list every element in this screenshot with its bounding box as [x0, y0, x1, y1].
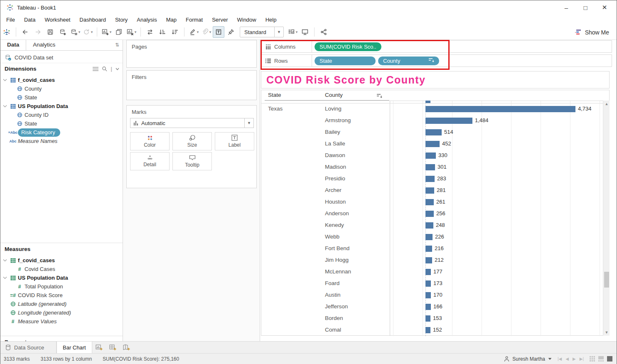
dropdown-caret-icon[interactable]: ▾ — [91, 30, 93, 34]
bar[interactable] — [425, 327, 430, 333]
dropdown-caret-icon[interactable]: ▾ — [79, 30, 81, 34]
field-us-population-data[interactable]: US Population Data — [0, 273, 123, 282]
filmstrip-view-icon[interactable] — [598, 356, 604, 362]
row-county-label[interactable]: Fort Bend — [325, 245, 349, 251]
share-workbook-button[interactable] — [318, 26, 329, 38]
menu-worksheet[interactable]: Worksheet — [44, 17, 70, 23]
dimensions-menu-chevron-icon[interactable] — [116, 68, 119, 70]
bar[interactable] — [425, 211, 434, 217]
row-county-label[interactable]: Kenedy — [325, 222, 344, 228]
field-measure-values[interactable]: #Measure Values — [0, 317, 123, 326]
mark-type-dropdown[interactable]: Automatic ▼ — [130, 118, 254, 128]
last-page-icon[interactable]: ▶| — [580, 357, 584, 361]
new-story-tab-icon[interactable] — [120, 342, 133, 353]
data-source-tab[interactable]: Data Source — [0, 342, 57, 353]
field-state[interactable]: State — [0, 119, 123, 128]
dropdown-caret-icon[interactable]: ▾ — [209, 30, 211, 34]
bar[interactable] — [425, 304, 431, 310]
menu-map[interactable]: Map — [166, 17, 177, 23]
tableau-logo-button[interactable] — [1, 26, 12, 38]
view-as-list-icon[interactable] — [93, 66, 98, 71]
expander-chevron-icon[interactable] — [3, 276, 7, 279]
new-worksheet-button[interactable]: ▾ — [101, 26, 112, 38]
bar[interactable] — [425, 315, 430, 322]
next-page-icon[interactable]: ▶ — [573, 357, 576, 361]
scroll-down-icon[interactable]: ▼ — [603, 329, 610, 336]
bar[interactable] — [425, 176, 435, 182]
menu-analysis[interactable]: Analysis — [137, 17, 157, 23]
field-county-id[interactable]: County ID — [0, 111, 123, 119]
row-county-label[interactable]: La Salle — [325, 140, 345, 147]
clear-sheet-button[interactable]: ▾ — [125, 26, 137, 38]
bar[interactable] — [425, 222, 433, 229]
field-total-population[interactable]: #Total Population — [0, 282, 123, 291]
menu-help[interactable]: Help — [265, 17, 277, 23]
row-county-label[interactable]: Dawson — [325, 152, 345, 158]
single-view-icon[interactable] — [607, 356, 612, 362]
label-button[interactable]: Label — [215, 132, 254, 150]
sort-indicator-icon[interactable] — [377, 93, 382, 100]
row-county-label[interactable]: Borden — [325, 315, 343, 321]
color-button[interactable]: Color — [130, 132, 170, 150]
dropdown-caret-icon[interactable]: ▾ — [197, 30, 199, 34]
show-me-button[interactable]: Show Me — [575, 25, 609, 40]
grid-view-icon[interactable] — [590, 356, 595, 362]
bar[interactable] — [425, 187, 434, 194]
row-county-label[interactable]: Armstrong — [325, 117, 351, 123]
highlight-button[interactable]: ▾ — [188, 26, 199, 38]
close-button[interactable]: ✕ — [595, 0, 614, 15]
swap-axes-button[interactable] — [144, 26, 156, 38]
row-county-label[interactable]: Comal — [325, 327, 341, 333]
row-county-label[interactable]: Webb — [325, 234, 339, 240]
save-button[interactable] — [44, 26, 56, 38]
size-button[interactable]: Size — [172, 132, 212, 150]
new-worksheet-tab-icon[interactable] — [92, 342, 106, 353]
columns-shelf[interactable]: Columns SUM(COVID Risk Sco.. — [261, 40, 612, 53]
row-county-label[interactable]: Austin — [325, 292, 341, 298]
bar[interactable] — [425, 129, 442, 135]
menu-window[interactable]: Window — [237, 17, 256, 23]
pages-card[interactable]: Pages — [126, 40, 257, 68]
row-county-label[interactable]: Anderson — [325, 210, 349, 216]
field-county[interactable]: County — [0, 84, 123, 93]
sort-descending-button[interactable] — [169, 26, 181, 38]
field-f-covid-cases[interactable]: f_covid_cases — [0, 256, 123, 265]
tooltip-button[interactable]: Tooltip — [172, 152, 212, 170]
row-county-label[interactable]: Presidio — [325, 175, 345, 182]
menu-server[interactable]: Server — [212, 17, 228, 23]
maximize-button[interactable]: □ — [576, 0, 595, 15]
bar[interactable] — [425, 152, 436, 159]
field-covid-cases[interactable]: #Covid Cases — [0, 265, 123, 273]
fit-mode-dropdown[interactable]: Standard▼ — [240, 27, 284, 37]
row-county-label[interactable]: Jefferson — [325, 303, 348, 310]
field-latitude-generated-[interactable]: Latitude (generated) — [0, 300, 123, 308]
pill-state[interactable]: State — [315, 57, 376, 65]
bar[interactable] — [425, 199, 434, 205]
first-page-icon[interactable]: |◀ — [558, 357, 562, 361]
menu-data[interactable]: Data — [24, 17, 35, 23]
sheet-tab-bar-chart[interactable]: Bar Chart — [57, 342, 92, 353]
group-members-button[interactable]: ▾ — [200, 26, 212, 38]
sort-ascending-button[interactable] — [157, 26, 168, 38]
row-county-label[interactable]: Jim Hogg — [325, 257, 349, 263]
scroll-up-icon[interactable]: ▲ — [603, 101, 610, 107]
show-hide-cards-button[interactable]: ▾ — [287, 26, 298, 38]
header-county[interactable]: County — [325, 92, 343, 98]
row-county-label[interactable]: Loving — [325, 106, 342, 112]
tab-data[interactable]: Data — [0, 40, 26, 50]
datasource-item[interactable]: COVID Data set — [0, 52, 123, 63]
field-covid-risk-score[interactable]: =#COVID Risk Score — [0, 291, 123, 300]
detail-button[interactable]: Detail — [130, 152, 170, 170]
bar[interactable] — [425, 106, 575, 112]
bar[interactable] — [425, 118, 472, 124]
field-state[interactable]: State — [0, 93, 123, 102]
pause-updates-button[interactable]: ▾ — [69, 26, 81, 38]
pane-swap-icon[interactable]: ⇅ — [115, 42, 119, 48]
bar[interactable] — [425, 292, 431, 298]
menu-format[interactable]: Format — [186, 17, 203, 23]
fix-axes-button[interactable] — [225, 26, 237, 38]
worksheet-title-bar[interactable]: COVID Risk Score by County — [261, 71, 610, 89]
bar[interactable] — [425, 257, 432, 263]
expander-chevron-icon[interactable] — [3, 79, 7, 81]
menu-dashboard[interactable]: Dashboard — [79, 17, 106, 23]
